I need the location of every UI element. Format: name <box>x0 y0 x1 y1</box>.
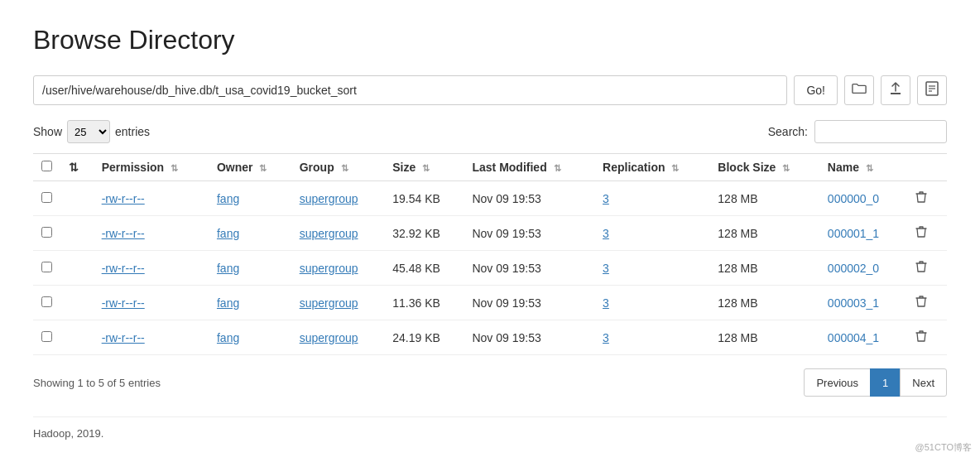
row-delete-1 <box>904 216 947 251</box>
search-input[interactable] <box>814 120 947 143</box>
header-name[interactable]: Name ⇅ <box>819 154 904 181</box>
header-last-modified[interactable]: Last Modified ⇅ <box>464 154 594 181</box>
replication-link-0[interactable]: 3 <box>603 192 609 205</box>
row-checkbox-4 <box>33 320 60 355</box>
sort-arrows-icon: ⇅ <box>69 161 79 174</box>
upload-icon <box>889 81 902 99</box>
select-all-checkbox[interactable] <box>41 161 52 171</box>
permission-link-1[interactable]: -rw-r--r-- <box>102 227 145 240</box>
previous-button[interactable]: Previous <box>804 368 871 397</box>
row-block-size-4: 128 MB <box>709 320 819 355</box>
group-link-1[interactable]: supergroup <box>300 227 358 240</box>
permission-link-2[interactable]: -rw-r--r-- <box>102 262 145 275</box>
row-group-0: supergroup <box>291 181 385 216</box>
toolbar: Go! <box>33 75 947 105</box>
header-sort[interactable]: ⇅ <box>60 154 94 181</box>
delete-button-3[interactable] <box>912 293 930 312</box>
row-checkbox-input-2[interactable] <box>41 262 52 272</box>
row-name-3: 000003_1 <box>819 286 904 320</box>
group-link-4[interactable]: supergroup <box>300 331 358 344</box>
sort-last-modified-icon: ⇅ <box>554 163 561 174</box>
row-owner-0: fang <box>209 181 291 216</box>
row-size-2: 45.48 KB <box>384 251 464 286</box>
row-checkbox-input-0[interactable] <box>41 192 52 203</box>
header-action <box>904 154 947 181</box>
row-permission-3: -rw-r--r-- <box>94 286 209 320</box>
replication-link-3[interactable]: 3 <box>603 296 609 310</box>
row-checkbox-1 <box>33 216 60 251</box>
replication-link-1[interactable]: 3 <box>603 227 609 240</box>
delete-button-0[interactable] <box>912 189 930 208</box>
row-checkbox-input-3[interactable] <box>41 296 52 307</box>
row-replication-2: 3 <box>594 251 709 286</box>
row-group-2: supergroup <box>291 251 385 286</box>
row-block-size-0: 128 MB <box>709 181 819 216</box>
page-1-button[interactable]: 1 <box>870 368 901 397</box>
row-checkbox-3 <box>33 286 60 320</box>
go-button[interactable]: Go! <box>794 75 838 105</box>
sort-permission-icon: ⇅ <box>171 163 178 174</box>
header-size[interactable]: Size ⇅ <box>384 154 464 181</box>
path-input[interactable] <box>33 75 787 105</box>
table-row: -rw-r--r-- fang supergroup 24.19 KB Nov … <box>33 320 947 355</box>
copyright: Hadoop, 2019. <box>33 427 947 440</box>
row-last-modified-4: Nov 09 19:53 <box>464 320 594 355</box>
file-link-4[interactable]: 000004_1 <box>828 331 879 344</box>
row-last-modified-2: Nov 09 19:53 <box>464 251 594 286</box>
owner-link-0[interactable]: fang <box>217 192 239 205</box>
header-group[interactable]: Group ⇅ <box>291 154 385 181</box>
group-link-3[interactable]: supergroup <box>300 296 358 310</box>
show-entries: Show 10 25 50 100 entries <box>33 120 150 143</box>
permission-link-0[interactable]: -rw-r--r-- <box>102 192 145 205</box>
header-owner[interactable]: Owner ⇅ <box>209 154 291 181</box>
group-link-2[interactable]: supergroup <box>300 262 358 275</box>
sort-size-icon: ⇅ <box>422 163 430 174</box>
divider <box>33 416 947 417</box>
file-link-1[interactable]: 000001_1 <box>828 227 879 240</box>
footer-row: Showing 1 to 5 of 5 entries Previous 1 N… <box>33 368 947 397</box>
row-owner-1: fang <box>209 216 291 251</box>
permission-link-4[interactable]: -rw-r--r-- <box>102 331 145 344</box>
header-block-size[interactable]: Block Size ⇅ <box>709 154 819 181</box>
group-link-0[interactable]: supergroup <box>300 192 358 205</box>
upload-icon-button[interactable] <box>881 75 910 105</box>
row-block-size-3: 128 MB <box>709 286 819 320</box>
delete-button-1[interactable] <box>912 224 930 243</box>
row-permission-2: -rw-r--r-- <box>94 251 209 286</box>
table-row: -rw-r--r-- fang supergroup 45.48 KB Nov … <box>33 251 947 286</box>
folder-icon-button[interactable] <box>844 75 874 105</box>
next-button[interactable]: Next <box>900 368 947 397</box>
row-size-4: 24.19 KB <box>384 320 464 355</box>
header-replication[interactable]: Replication ⇅ <box>594 154 709 181</box>
permission-link-3[interactable]: -rw-r--r-- <box>102 296 145 310</box>
folder-icon <box>852 82 867 99</box>
file-link-2[interactable]: 000002_0 <box>828 262 879 275</box>
owner-link-2[interactable]: fang <box>217 262 239 275</box>
owner-link-4[interactable]: fang <box>217 331 239 344</box>
row-delete-3 <box>904 286 947 320</box>
row-owner-2: fang <box>209 251 291 286</box>
show-label: Show <box>33 125 62 138</box>
owner-link-1[interactable]: fang <box>217 227 239 240</box>
file-link-3[interactable]: 000003_1 <box>828 296 879 310</box>
delete-button-4[interactable] <box>912 328 930 347</box>
row-checkbox-input-4[interactable] <box>41 331 52 342</box>
row-replication-3: 3 <box>594 286 709 320</box>
watermark: @51CTO博客 <box>915 441 972 454</box>
entries-select[interactable]: 10 25 50 100 <box>67 120 110 143</box>
row-icon-4 <box>60 320 94 355</box>
file-icon-button[interactable] <box>917 75 947 105</box>
row-replication-1: 3 <box>594 216 709 251</box>
owner-link-3[interactable]: fang <box>217 296 239 310</box>
replication-link-2[interactable]: 3 <box>603 262 609 275</box>
replication-link-4[interactable]: 3 <box>603 331 609 344</box>
row-size-1: 32.92 KB <box>384 216 464 251</box>
header-permission[interactable]: Permission ⇅ <box>94 154 209 181</box>
row-name-4: 000004_1 <box>819 320 904 355</box>
row-owner-4: fang <box>209 320 291 355</box>
delete-button-2[interactable] <box>912 258 930 277</box>
table-row: -rw-r--r-- fang supergroup 11.36 KB Nov … <box>33 286 947 320</box>
row-checkbox-input-1[interactable] <box>41 227 52 238</box>
row-last-modified-1: Nov 09 19:53 <box>464 216 594 251</box>
file-link-0[interactable]: 000000_0 <box>828 192 879 205</box>
